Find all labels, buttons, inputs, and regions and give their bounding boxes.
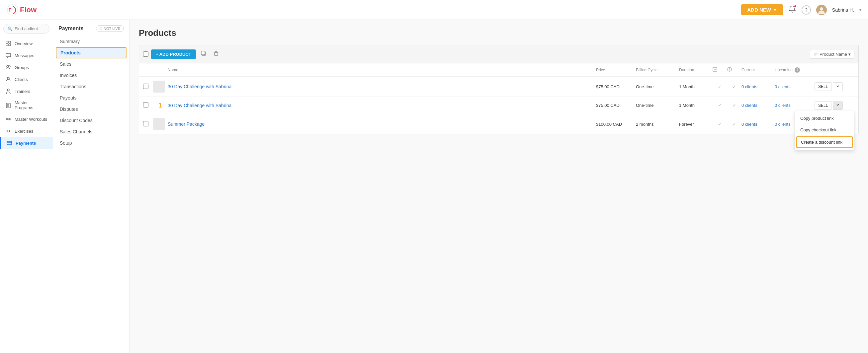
col-icon2 <box>727 67 742 73</box>
upcoming-info-icon[interactable]: i <box>795 67 800 73</box>
svg-point-12 <box>7 89 9 91</box>
create-discount-link-item[interactable]: Create a discount link <box>796 136 853 148</box>
sidebar-item-overview[interactable]: Overview <box>0 37 53 49</box>
payments-nav-transactions[interactable]: Transactions <box>53 81 129 92</box>
svg-rect-8 <box>6 54 11 57</box>
upcoming-clients: 0 clients <box>775 103 814 108</box>
exercise-icon <box>5 128 11 134</box>
sidebar-item-label: Groups <box>14 65 29 70</box>
page-title: Products <box>139 28 859 38</box>
notifications-bell-icon[interactable] <box>788 5 796 14</box>
toolbar-right: Product Name ▾ <box>810 50 855 59</box>
delete-button[interactable] <box>211 48 221 60</box>
product-price: $75.00 CAD <box>596 103 636 108</box>
col-name: Name <box>168 68 596 72</box>
users-icon <box>5 64 11 70</box>
product-price: $100.00 CAD <box>596 122 636 127</box>
sidebar-item-master-programs[interactable]: Master Programs <box>0 97 53 113</box>
svg-rect-19 <box>9 118 10 120</box>
programs-icon <box>5 102 11 108</box>
person-icon <box>5 76 11 82</box>
payments-icon <box>6 140 12 146</box>
user-menu-chevron-icon[interactable]: ▾ <box>859 8 861 12</box>
svg-rect-23 <box>201 51 205 55</box>
sidebar-item-exercises[interactable]: Exercises <box>0 125 53 137</box>
svg-rect-7 <box>9 44 11 46</box>
search-input[interactable] <box>14 26 45 31</box>
svg-rect-24 <box>215 52 218 56</box>
nav-right: ADD NEW ▼ ? Sabrina H. ▾ <box>741 4 861 15</box>
col-price: Price <box>596 68 636 72</box>
payments-nav-products[interactable]: Products <box>56 47 126 59</box>
sell-button[interactable]: SELL <box>814 82 832 91</box>
payments-nav-setup[interactable]: Setup <box>53 137 129 149</box>
svg-point-33 <box>730 70 730 71</box>
trainer-icon <box>5 88 11 94</box>
sidebar-item-label: Trainers <box>14 89 30 94</box>
row-checkbox[interactable] <box>143 121 153 128</box>
check-icon-1: ✓ <box>712 84 727 89</box>
table-row: 1 30 Day Challenge with Sabrina $75.00 C… <box>139 97 858 114</box>
sidebar-item-label: Master Workouts <box>14 117 47 122</box>
sidebar-item-messages[interactable]: Messages <box>0 49 53 61</box>
payments-nav-summary[interactable]: Summary <box>53 36 129 47</box>
sidebar-item-label: Payments <box>16 141 36 146</box>
sell-button[interactable]: SELL <box>814 101 832 110</box>
svg-point-3 <box>820 7 823 11</box>
sidebar-item-label: Messages <box>14 53 34 58</box>
duplicate-button[interactable] <box>198 48 209 60</box>
sidebar-item-clients[interactable]: Clients <box>0 73 53 85</box>
select-all-checkbox[interactable] <box>143 51 149 57</box>
sidebar-item-trainers[interactable]: Trainers <box>0 85 53 97</box>
product-name-cell: 30 Day Challenge with Sabrina <box>168 103 596 108</box>
add-product-button[interactable]: + ADD PRODUCT <box>151 49 196 59</box>
product-billing: 2 months <box>636 122 679 127</box>
col-current: Current <box>742 68 775 72</box>
product-name-link[interactable]: 30 Day Challenge with Sabrina <box>168 103 231 108</box>
payments-nav-sales[interactable]: Sales <box>53 59 129 70</box>
payments-nav-payouts[interactable]: Payouts <box>53 92 129 104</box>
current-clients: 0 clients <box>742 84 775 89</box>
check-icon-2: ✓ <box>727 84 742 89</box>
sort-button[interactable]: Product Name ▾ <box>810 50 855 59</box>
main-layout: 🔍 Overview Messages Groups Clients <box>0 20 868 353</box>
client-search-box[interactable]: 🔍 <box>3 24 50 34</box>
not-live-dot-icon <box>100 27 102 30</box>
sell-dropdown-button[interactable] <box>833 101 843 110</box>
product-name-cell: Summer Package <box>168 121 596 127</box>
payments-nav-discount-codes[interactable]: Discount Codes <box>53 115 129 126</box>
product-duration: Forever <box>679 122 712 127</box>
col-billing: Billing Cycle <box>636 68 679 72</box>
sidebar-item-groups[interactable]: Groups <box>0 61 53 73</box>
row-checkbox[interactable] <box>143 83 153 90</box>
payments-nav-sales-channels[interactable]: Sales Channels <box>53 126 129 137</box>
row-checkbox[interactable] <box>143 102 153 108</box>
product-name-cell: 30 Day Challenge with Sabrina <box>168 84 596 89</box>
payments-nav-invoices[interactable]: Invoices <box>53 70 129 81</box>
copy-product-link-item[interactable]: Copy product link <box>795 112 854 124</box>
svg-rect-4 <box>6 41 8 43</box>
avatar <box>816 5 827 15</box>
copy-checkout-link-item[interactable]: Copy checkout link <box>795 124 854 136</box>
check-icon-2: ✓ <box>727 122 742 127</box>
current-clients: 0 clients <box>742 122 775 127</box>
not-live-label: NOT LIVE <box>103 27 120 31</box>
product-billing: One-time <box>636 103 679 108</box>
sidebar-item-master-workouts[interactable]: Master Workouts <box>0 113 53 125</box>
add-new-button[interactable]: ADD NEW ▼ <box>741 4 783 15</box>
grid-icon <box>5 40 11 46</box>
sell-dropdown-button[interactable] <box>833 82 843 91</box>
svg-rect-18 <box>7 118 7 120</box>
add-product-label: + ADD PRODUCT <box>156 52 191 57</box>
product-name-link[interactable]: 30 Day Challenge with Sabrina <box>168 84 231 89</box>
product-name-link[interactable]: Summer Package <box>168 121 205 127</box>
upcoming-clients: 0 clients <box>775 84 814 89</box>
number-badge: 1 <box>158 102 162 109</box>
sidebar-item-payments[interactable]: Payments <box>0 137 53 149</box>
sell-area: SELL <box>814 82 855 91</box>
product-price: $75.00 CAD <box>596 84 636 89</box>
payments-sidebar: Payments NOT LIVE Summary Products Sales… <box>53 20 129 353</box>
help-icon[interactable]: ? <box>802 5 811 14</box>
payments-header: Payments NOT LIVE <box>53 25 129 36</box>
payments-nav-disputes[interactable]: Disputes <box>53 104 129 115</box>
